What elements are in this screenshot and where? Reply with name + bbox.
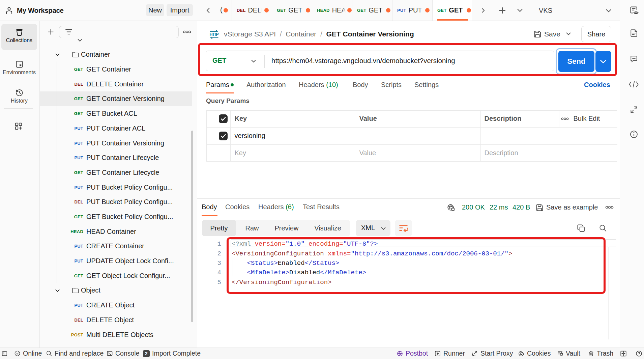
svg-text:HTTP: HTTP <box>210 32 219 37</box>
